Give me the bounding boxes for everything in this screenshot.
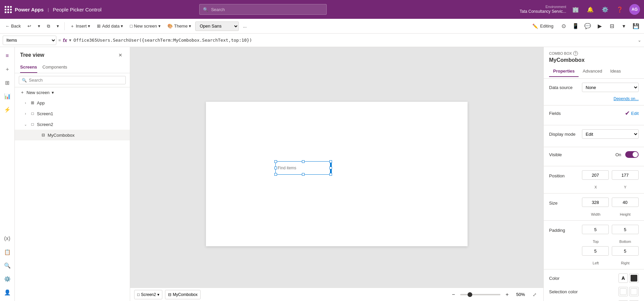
tab-ideas[interactable]: Ideas bbox=[606, 66, 625, 77]
add-data-button[interactable]: ⊞ Add data ▾ bbox=[94, 21, 126, 32]
zoom-slider[interactable] bbox=[460, 294, 500, 295]
undo-dropdown[interactable]: ▾ bbox=[35, 21, 43, 32]
visible-toggle[interactable] bbox=[625, 151, 639, 158]
play-icon[interactable]: ▶ bbox=[594, 21, 605, 32]
formula-expand-icon[interactable]: ▾ bbox=[69, 38, 71, 43]
handle-tc[interactable] bbox=[302, 160, 305, 163]
sidebar-icon-data[interactable]: ⊞ bbox=[1, 77, 13, 89]
check-icon: ✔ bbox=[625, 110, 630, 117]
tree-item-screen1[interactable]: › □ Screen1 ••• bbox=[15, 108, 130, 119]
global-search[interactable]: 🔍 bbox=[199, 4, 327, 15]
position-x-input[interactable] bbox=[582, 170, 609, 180]
color-text-btn[interactable]: A bbox=[619, 273, 628, 283]
split-chevron[interactable]: ▾ bbox=[619, 21, 629, 32]
info-icon[interactable]: ? bbox=[573, 51, 578, 56]
grid-menu-icon[interactable] bbox=[4, 5, 12, 13]
sidebar-icon-tree[interactable]: ≡ bbox=[1, 50, 13, 62]
tree-item-screen2[interactable]: ⌄ □ Screen2 ••• bbox=[15, 119, 130, 130]
settings-icon[interactable]: ⚙️ bbox=[600, 4, 610, 15]
formula-input[interactable] bbox=[73, 36, 636, 45]
display-mode-select[interactable]: Edit bbox=[582, 129, 639, 139]
data-source-select[interactable]: None bbox=[582, 83, 639, 92]
search-icon: 🔍 bbox=[203, 7, 208, 12]
org-icon[interactable]: 🏢 bbox=[570, 4, 581, 15]
sidebar-icon-variables[interactable]: (x) bbox=[1, 232, 13, 245]
sidebar-icon-monitor[interactable]: 📋 bbox=[1, 246, 13, 258]
handle-br[interactable] bbox=[329, 173, 332, 176]
equals-icon: = bbox=[58, 38, 61, 43]
copy-dropdown[interactable]: ▾ bbox=[54, 21, 62, 32]
tree-close-button[interactable]: ✕ bbox=[116, 51, 124, 59]
handle-bc[interactable] bbox=[302, 173, 305, 176]
phone-icon[interactable]: 📱 bbox=[570, 21, 581, 32]
size-h-input[interactable] bbox=[612, 198, 639, 207]
waffle-icon[interactable] bbox=[4, 5, 12, 13]
help-icon[interactable]: ❓ bbox=[614, 4, 625, 15]
sidebar-icon-insert[interactable]: ＋ bbox=[1, 63, 13, 75]
editing-button[interactable]: ✏️ Editing bbox=[529, 21, 557, 32]
combobox-widget[interactable]: ▾ bbox=[275, 161, 331, 175]
data-source-label: Data source bbox=[549, 85, 579, 90]
color-swatch bbox=[631, 275, 637, 282]
y-label: Y bbox=[612, 185, 639, 189]
tree-item-mycombobox[interactable]: ⊟ MyCombobox ••• bbox=[15, 130, 130, 140]
undo-button[interactable]: ↩ bbox=[25, 21, 34, 32]
top-bar: Power Apps | People Picker Control 🔍 Env… bbox=[0, 0, 644, 19]
padding-top-input[interactable] bbox=[582, 225, 609, 234]
sidebar-icon-charts[interactable]: 📊 bbox=[1, 90, 13, 102]
tab-advanced[interactable]: Advanced bbox=[579, 66, 606, 77]
mycombobox-bottom-btn[interactable]: ⊟ MyCombobox bbox=[165, 290, 201, 299]
sidebar-icon-settings[interactable]: ⚙️ bbox=[1, 273, 13, 285]
tree-search-input[interactable] bbox=[29, 78, 123, 83]
handle-ml[interactable] bbox=[274, 167, 277, 169]
size-w-input[interactable] bbox=[582, 198, 609, 207]
font-selector[interactable]: Open Sans bbox=[195, 22, 239, 31]
avatar[interactable]: AG bbox=[629, 4, 640, 15]
formula-collapse-icon[interactable]: ⌄ bbox=[638, 38, 641, 43]
split-view-icon[interactable]: ⊟ bbox=[606, 21, 617, 32]
copy-button[interactable]: ⧉ bbox=[44, 21, 53, 32]
app-label: App bbox=[37, 100, 119, 105]
handle-mr[interactable] bbox=[329, 167, 332, 169]
screen1-icon: □ bbox=[30, 111, 36, 117]
combobox-bottom-icon: ⊟ bbox=[168, 292, 171, 297]
zoom-out-button[interactable]: − bbox=[449, 291, 458, 299]
save-icon[interactable]: 💾 bbox=[631, 21, 641, 32]
notification-icon[interactable]: 🔔 bbox=[585, 4, 596, 15]
expand-button[interactable]: ⤢ bbox=[530, 290, 539, 299]
back-to-screen-icon[interactable]: ⊙ bbox=[558, 21, 569, 32]
screen2-bottom-btn[interactable]: □ Screen2 ▾ bbox=[134, 290, 162, 299]
tree-item-app[interactable]: › ⊞ App ••• bbox=[15, 97, 130, 108]
zoom-in-button[interactable]: + bbox=[503, 291, 511, 299]
new-screen-button[interactable]: □ New screen ▾ bbox=[127, 21, 163, 32]
more-button[interactable]: ... bbox=[240, 21, 249, 32]
sidebar-icon-custom[interactable]: ⚡ bbox=[1, 103, 13, 116]
position-y-input[interactable] bbox=[612, 170, 639, 180]
padding-right-input[interactable] bbox=[612, 246, 639, 256]
padding-bottom-input[interactable] bbox=[612, 225, 639, 234]
combo-box-type-label: COMBO BOX ? bbox=[549, 51, 639, 56]
back-button[interactable]: ← Back bbox=[3, 21, 23, 32]
sidebar-icon-search[interactable]: 🔍 bbox=[1, 259, 13, 271]
property-selector[interactable]: Items bbox=[3, 36, 56, 45]
insert-button[interactable]: ＋ Insert ▾ bbox=[67, 21, 93, 32]
theme-button[interactable]: 🎨 Theme ▾ bbox=[165, 21, 194, 32]
handle-tr[interactable] bbox=[329, 160, 332, 163]
padding-left-input[interactable] bbox=[582, 246, 609, 256]
fields-edit-link[interactable]: Edit bbox=[631, 111, 639, 116]
selection-color-btn[interactable] bbox=[619, 287, 628, 296]
color-fill-btn[interactable] bbox=[629, 273, 639, 283]
depends-on-link[interactable]: Depends on... bbox=[613, 96, 639, 101]
handle-tl[interactable] bbox=[274, 160, 277, 163]
handle-bl[interactable] bbox=[274, 173, 277, 176]
padding-top-bottom bbox=[582, 225, 639, 234]
selection-fill-btn[interactable] bbox=[629, 287, 639, 296]
tab-screens[interactable]: Screens bbox=[20, 62, 37, 73]
sidebar-icon-account[interactable]: 👤 bbox=[1, 286, 13, 298]
new-screen-tree-button[interactable]: ＋ New screen ▾ bbox=[15, 87, 130, 97]
color-buttons: A bbox=[619, 273, 639, 283]
search-input[interactable] bbox=[211, 7, 323, 12]
tab-properties[interactable]: Properties bbox=[549, 66, 579, 77]
comment-icon[interactable]: 💬 bbox=[582, 21, 593, 32]
tab-components[interactable]: Components bbox=[43, 62, 67, 73]
